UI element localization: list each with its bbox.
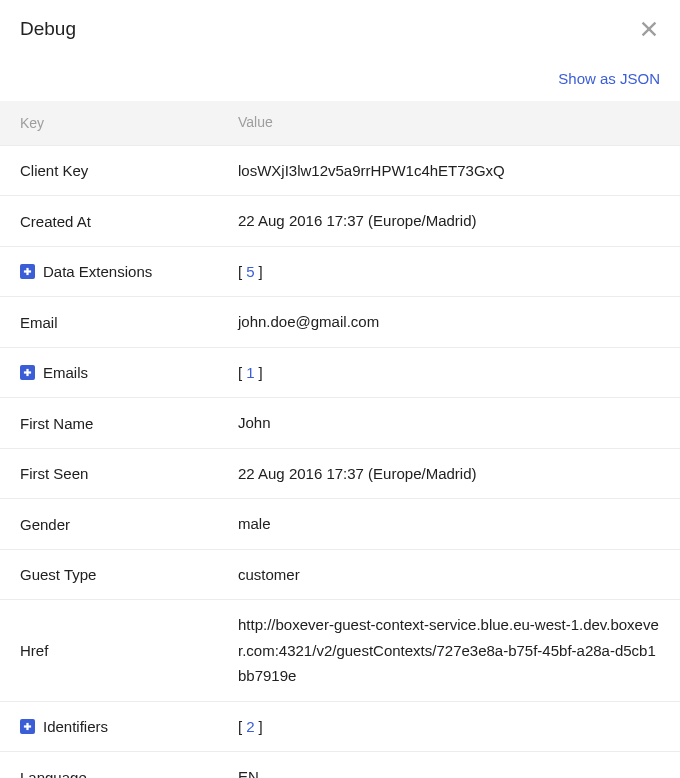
row-key: Identifiers — [20, 718, 238, 735]
row-key: Guest Type — [20, 566, 238, 583]
row-key-label: First Seen — [20, 465, 88, 482]
row-key-label: Created At — [20, 213, 91, 230]
count-link[interactable]: 1 — [242, 364, 258, 381]
row-key-label: Language — [20, 769, 87, 778]
count-link[interactable]: 5 — [242, 263, 258, 280]
row-key-label: Gender — [20, 516, 70, 533]
column-header-value: Value — [238, 111, 660, 135]
row-value: 22 Aug 2016 17:37 (Europe/Madrid) — [238, 208, 660, 234]
row-key: Gender — [20, 516, 238, 533]
row-value: EN — [238, 764, 660, 778]
row-key-label: First Name — [20, 415, 93, 432]
row-value: [2] — [238, 714, 660, 740]
table-row: Data Extensions[5] — [0, 247, 680, 298]
row-value: john.doe@gmail.com — [238, 309, 660, 335]
row-value: 22 Aug 2016 17:37 (Europe/Madrid) — [238, 461, 660, 487]
row-key-label: Identifiers — [43, 718, 108, 735]
expand-icon[interactable] — [20, 719, 35, 734]
count-link[interactable]: 2 — [242, 718, 258, 735]
show-json-link[interactable]: Show as JSON — [558, 70, 660, 87]
close-icon — [638, 18, 660, 40]
table-row: Created At22 Aug 2016 17:37 (Europe/Madr… — [0, 196, 680, 247]
row-key: Email — [20, 314, 238, 331]
table-row: Emailjohn.doe@gmail.com — [0, 297, 680, 348]
row-key: Data Extensions — [20, 263, 238, 280]
table-header: Key Value — [0, 101, 680, 146]
row-key: Created At — [20, 213, 238, 230]
row-key-label: Email — [20, 314, 58, 331]
table-row: Gendermale — [0, 499, 680, 550]
table-body: Client KeylosWXjI3lw12v5a9rrHPW1c4hET73G… — [0, 146, 680, 778]
table-row: Guest Typecustomer — [0, 550, 680, 601]
table-row: LanguageEN — [0, 752, 680, 778]
row-key: First Name — [20, 415, 238, 432]
row-value: losWXjI3lw12v5a9rrHPW1c4hET73GxQ — [238, 158, 660, 184]
row-key: Href — [20, 642, 238, 659]
row-key-label: Data Extensions — [43, 263, 152, 280]
expand-icon[interactable] — [20, 264, 35, 279]
row-value: customer — [238, 562, 660, 588]
row-value: [5] — [238, 259, 660, 285]
bracket-close: ] — [259, 364, 263, 381]
row-key-label: Href — [20, 642, 48, 659]
row-key-label: Emails — [43, 364, 88, 381]
table-row: First Seen22 Aug 2016 17:37 (Europe/Madr… — [0, 449, 680, 500]
row-key-label: Guest Type — [20, 566, 96, 583]
expand-icon[interactable] — [20, 365, 35, 380]
column-header-key: Key — [20, 111, 238, 135]
table-row: First NameJohn — [0, 398, 680, 449]
bracket-close: ] — [259, 718, 263, 735]
row-value: http://boxever-guest-context-service.blu… — [238, 612, 660, 689]
table-row: Identifiers[2] — [0, 702, 680, 753]
dialog-header: Debug — [0, 0, 680, 50]
dialog-title: Debug — [20, 18, 76, 40]
row-value: [1] — [238, 360, 660, 386]
row-key: Client Key — [20, 162, 238, 179]
row-key: Emails — [20, 364, 238, 381]
bracket-close: ] — [259, 263, 263, 280]
table-row: Emails[1] — [0, 348, 680, 399]
close-button[interactable] — [638, 18, 660, 40]
row-value: male — [238, 511, 660, 537]
row-key-label: Client Key — [20, 162, 88, 179]
action-bar: Show as JSON — [0, 50, 680, 101]
table-row: Hrefhttp://boxever-guest-context-service… — [0, 600, 680, 702]
row-key: First Seen — [20, 465, 238, 482]
row-key: Language — [20, 769, 238, 778]
table-row: Client KeylosWXjI3lw12v5a9rrHPW1c4hET73G… — [0, 146, 680, 197]
row-value: John — [238, 410, 660, 436]
